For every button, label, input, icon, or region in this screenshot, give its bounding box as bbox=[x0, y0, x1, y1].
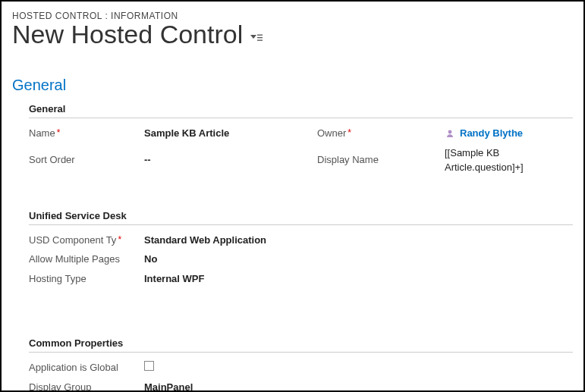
sortorder-label: Sort Order bbox=[29, 152, 144, 168]
row-appglobal: Application is Global bbox=[29, 360, 573, 375]
owner-link[interactable]: Randy Blythe bbox=[460, 126, 523, 141]
displaygroup-label: Display Group bbox=[29, 380, 144, 393]
svg-rect-3 bbox=[257, 39, 263, 40]
displayname-label: Display Name bbox=[317, 152, 445, 168]
row-allowmulti: Allow Multiple Pages No bbox=[29, 252, 573, 267]
row-displaygroup: Display Group MainPanel bbox=[29, 380, 573, 393]
person-icon bbox=[445, 128, 455, 139]
title-row: New Hosted Control bbox=[12, 20, 573, 49]
componenttype-label-text: USD Component Ty bbox=[29, 234, 116, 246]
required-asterisk-icon: * bbox=[118, 234, 121, 245]
svg-point-4 bbox=[448, 130, 452, 133]
subsection-title-usd: Unified Service Desk bbox=[29, 210, 573, 225]
section-header-general[interactable]: General bbox=[12, 77, 573, 94]
row-hostingtype: Hosting Type Internal WPF bbox=[29, 271, 573, 287]
hostingtype-value[interactable]: Internal WPF bbox=[144, 271, 204, 287]
svg-rect-2 bbox=[257, 37, 263, 38]
owner-value[interactable]: Randy Blythe bbox=[445, 126, 523, 141]
componenttype-label: USD Component Ty* bbox=[29, 233, 144, 248]
allowmulti-label: Allow Multiple Pages bbox=[29, 252, 144, 267]
appglobal-label: Application is Global bbox=[29, 360, 144, 375]
name-value[interactable]: Sample KB Article bbox=[144, 126, 229, 141]
svg-marker-0 bbox=[250, 35, 256, 39]
name-label-text: Name bbox=[29, 127, 55, 139]
owner-label-text: Owner bbox=[317, 127, 346, 139]
form-window: HOSTED CONTROL : INFORMATION New Hosted … bbox=[0, 0, 585, 392]
componenttype-value[interactable]: Standard Web Application bbox=[144, 233, 266, 248]
row-sortorder-displayname: Sort Order -- Display Name [[Sample KB A… bbox=[29, 146, 573, 175]
appglobal-value bbox=[144, 360, 154, 375]
required-asterisk-icon: * bbox=[57, 127, 61, 138]
displayname-value[interactable]: [[Sample KB Article.question]+] bbox=[445, 146, 573, 175]
allowmulti-value[interactable]: No bbox=[144, 252, 157, 267]
hostingtype-label: Hosting Type bbox=[29, 271, 144, 287]
owner-label: Owner* bbox=[317, 126, 445, 141]
page-title: New Hosted Control bbox=[12, 20, 243, 49]
row-componenttype: USD Component Ty* Standard Web Applicati… bbox=[29, 233, 573, 248]
svg-rect-1 bbox=[257, 34, 263, 35]
required-asterisk-icon: * bbox=[348, 127, 351, 138]
sortorder-value[interactable]: -- bbox=[144, 152, 151, 168]
appglobal-checkbox[interactable] bbox=[144, 361, 154, 371]
subsection-general: General Name* Sample KB Article Owner* R… bbox=[29, 103, 573, 392]
name-label: Name* bbox=[29, 126, 144, 141]
displaygroup-value[interactable]: MainPanel bbox=[144, 380, 193, 393]
subsection-title-common: Common Properties bbox=[29, 337, 573, 353]
row-name-owner: Name* Sample KB Article Owner* Randy Bly… bbox=[29, 126, 573, 141]
form-selector-icon[interactable] bbox=[250, 26, 263, 44]
subsection-title-general: General bbox=[29, 103, 573, 118]
